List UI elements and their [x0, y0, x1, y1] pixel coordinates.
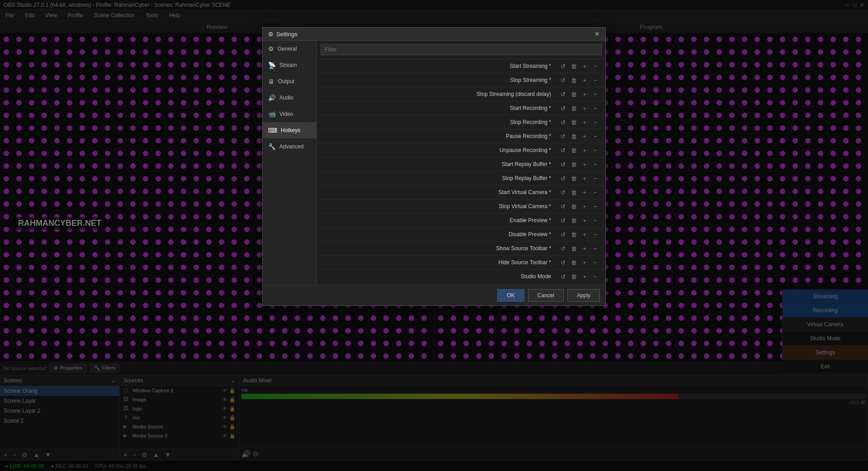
- hotkey-reset-stop-streaming[interactable]: ↺: [558, 76, 567, 85]
- hotkey-delete-start-replay[interactable]: 🗑: [569, 160, 578, 169]
- hotkey-delete-ssd[interactable]: 🗑: [569, 90, 578, 99]
- hotkey-add-show-toolbar[interactable]: +: [580, 244, 589, 253]
- settings-nav-stream[interactable]: 📡 Stream: [263, 57, 316, 73]
- hotkey-add-stop-streaming[interactable]: +: [580, 76, 589, 85]
- hotkey-remove-stop-streaming[interactable]: −: [591, 76, 600, 85]
- settings-dialog: ⚙ Settings ✕ ⚙ General 📡 Stream 🖥 Output: [262, 27, 606, 306]
- hotkey-remove-start-recording[interactable]: −: [591, 104, 600, 113]
- hotkey-reset-stop-recording[interactable]: ↺: [558, 118, 567, 127]
- hotkey-controls-studio-mode: ↺ 🗑 + −: [558, 272, 600, 281]
- hotkey-reset-ssd[interactable]: ↺: [558, 90, 567, 99]
- hotkeys-list: Start Streaming * ↺ 🗑 + − Stop Streaming…: [317, 59, 605, 285]
- settings-title-text: Settings: [276, 31, 297, 38]
- hotkey-add-stop-recording[interactable]: +: [580, 118, 589, 127]
- settings-body: ⚙ General 📡 Stream 🖥 Output 🔊 Audio 📹: [263, 41, 605, 285]
- hotkey-delete-hide-toolbar[interactable]: 🗑: [569, 258, 578, 267]
- hotkey-reset-stop-vcam[interactable]: ↺: [558, 202, 567, 211]
- hotkey-label-start-vcam: Start Virtual Camera *: [322, 189, 558, 195]
- hotkey-add-start-streaming[interactable]: +: [580, 62, 589, 71]
- hotkey-label-unpause: Unpause Recording *: [322, 147, 558, 153]
- hotkey-controls-stop-recording: ↺ 🗑 + −: [558, 118, 600, 127]
- hotkey-delete-stop-replay[interactable]: 🗑: [569, 174, 578, 183]
- hotkey-reset-studio-mode[interactable]: ↺: [558, 272, 567, 281]
- hotkey-add-stop-replay[interactable]: +: [580, 174, 589, 183]
- hotkey-remove-show-toolbar[interactable]: −: [591, 244, 600, 253]
- hotkey-reset-start-replay[interactable]: ↺: [558, 160, 567, 169]
- settings-nav-audio[interactable]: 🔊 Audio: [263, 90, 316, 106]
- ok-button[interactable]: OK: [497, 289, 524, 302]
- hotkey-add-start-vcam[interactable]: +: [580, 188, 589, 197]
- hotkey-remove-unpause[interactable]: −: [591, 146, 600, 155]
- hotkey-add-start-replay[interactable]: +: [580, 160, 589, 169]
- settings-nav-general[interactable]: ⚙ General: [263, 41, 316, 57]
- general-icon: ⚙: [268, 45, 274, 52]
- hotkey-reset-start-streaming[interactable]: ↺: [558, 62, 567, 71]
- hotkey-delete-start-vcam[interactable]: 🗑: [569, 188, 578, 197]
- hotkey-remove-hide-toolbar[interactable]: −: [591, 258, 600, 267]
- hotkey-add-hide-toolbar[interactable]: +: [580, 258, 589, 267]
- hotkey-studio-mode: Studio Mode ↺ 🗑 + −: [317, 270, 605, 284]
- settings-nav-hotkeys[interactable]: ⌨ Hotkeys: [263, 122, 316, 138]
- hotkey-reset-start-vcam[interactable]: ↺: [558, 188, 567, 197]
- hotkey-controls-show-toolbar: ↺ 🗑 + −: [558, 244, 600, 253]
- hotkey-add-start-recording[interactable]: +: [580, 104, 589, 113]
- hotkey-delete-enable-preview[interactable]: 🗑: [569, 216, 578, 225]
- stream-icon: 📡: [268, 62, 276, 69]
- hotkey-delete-stop-streaming[interactable]: 🗑: [569, 76, 578, 85]
- hotkey-reset-start-recording[interactable]: ↺: [558, 104, 567, 113]
- hotkey-label-start-replay: Start Replay Buffer *: [322, 161, 558, 167]
- hotkey-remove-studio-mode[interactable]: −: [591, 272, 600, 281]
- hotkeys-icon: ⌨: [268, 127, 277, 134]
- hotkey-remove-stop-vcam[interactable]: −: [591, 202, 600, 211]
- hotkey-add-unpause[interactable]: +: [580, 146, 589, 155]
- hotkey-controls-stop-vcam: ↺ 🗑 + −: [558, 202, 600, 211]
- hotkey-add-enable-preview[interactable]: +: [580, 216, 589, 225]
- hotkey-label-stop-replay: Stop Replay Buffer *: [322, 175, 558, 181]
- hotkey-delete-stop-vcam[interactable]: 🗑: [569, 202, 578, 211]
- settings-nav-advanced[interactable]: 🔧 Advanced: [263, 138, 316, 155]
- hotkey-delete-unpause[interactable]: 🗑: [569, 146, 578, 155]
- hotkey-reset-pause[interactable]: ↺: [558, 132, 567, 141]
- settings-nav-video[interactable]: 📹 Video: [263, 106, 316, 122]
- hotkey-stop-streaming-discard: Stop Streaming (discard delay) ↺ 🗑 + −: [317, 87, 605, 101]
- hotkey-remove-start-vcam[interactable]: −: [591, 188, 600, 197]
- hotkey-remove-stop-replay[interactable]: −: [591, 174, 600, 183]
- output-label: Output: [278, 78, 294, 85]
- settings-close-button[interactable]: ✕: [594, 30, 600, 38]
- hotkey-reset-enable-preview[interactable]: ↺: [558, 216, 567, 225]
- hotkey-delete-studio-mode[interactable]: 🗑: [569, 272, 578, 281]
- hotkey-remove-ssd[interactable]: −: [591, 90, 600, 99]
- hotkey-delete-start-recording[interactable]: 🗑: [569, 104, 578, 113]
- hotkey-add-pause[interactable]: +: [580, 132, 589, 141]
- hotkey-reset-stop-replay[interactable]: ↺: [558, 174, 567, 183]
- hotkey-delete-pause[interactable]: 🗑: [569, 132, 578, 141]
- hotkey-reset-unpause[interactable]: ↺: [558, 146, 567, 155]
- filter-input[interactable]: [321, 44, 602, 55]
- hotkey-reset-hide-toolbar[interactable]: ↺: [558, 258, 567, 267]
- hotkey-delete-stop-recording[interactable]: 🗑: [569, 118, 578, 127]
- cancel-button[interactable]: Cancel: [528, 289, 564, 302]
- hotkey-reset-disable-preview[interactable]: ↺: [558, 230, 567, 239]
- hotkey-remove-enable-preview[interactable]: −: [591, 216, 600, 225]
- hotkey-add-studio-mode[interactable]: +: [580, 272, 589, 281]
- hotkey-delete-start-streaming[interactable]: 🗑: [569, 62, 578, 71]
- hotkey-delete-disable-preview[interactable]: 🗑: [569, 230, 578, 239]
- hotkey-remove-stop-recording[interactable]: −: [591, 118, 600, 127]
- hotkey-remove-disable-preview[interactable]: −: [591, 230, 600, 239]
- hotkey-add-stop-vcam[interactable]: +: [580, 202, 589, 211]
- hotkey-label-pause-recording: Pause Recording *: [322, 133, 558, 139]
- settings-nav-output[interactable]: 🖥 Output: [263, 73, 316, 90]
- hotkey-stop-vcam: Stop Virtual Camera * ↺ 🗑 + −: [317, 200, 605, 214]
- hotkey-reset-show-toolbar[interactable]: ↺: [558, 244, 567, 253]
- hotkey-add-disable-preview[interactable]: +: [580, 230, 589, 239]
- hotkey-remove-start-streaming[interactable]: −: [591, 62, 600, 71]
- hotkey-add-ssd[interactable]: +: [580, 90, 589, 99]
- hotkey-remove-start-replay[interactable]: −: [591, 160, 600, 169]
- hotkey-remove-pause[interactable]: −: [591, 132, 600, 141]
- hotkey-label-studio-mode: Studio Mode: [322, 273, 558, 280]
- hotkey-start-replay: Start Replay Buffer * ↺ 🗑 + −: [317, 157, 605, 171]
- hotkey-label-stop-streaming: Stop Streaming *: [322, 77, 558, 83]
- hotkey-disable-preview: Disable Preview * ↺ 🗑 + −: [317, 228, 605, 242]
- apply-button[interactable]: Apply: [567, 289, 600, 302]
- hotkey-delete-show-toolbar[interactable]: 🗑: [569, 244, 578, 253]
